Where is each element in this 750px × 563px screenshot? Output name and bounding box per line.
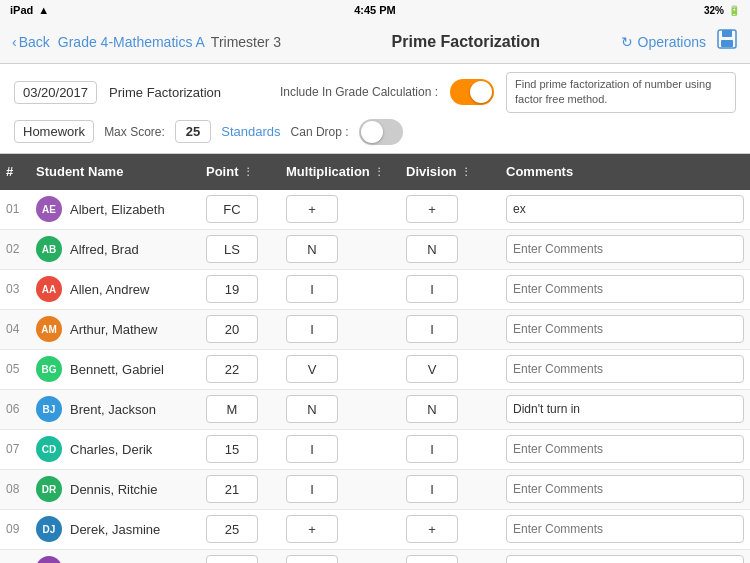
- point-cell: [206, 555, 286, 563]
- mult-input[interactable]: [286, 235, 338, 263]
- avatar: DR: [36, 476, 62, 502]
- point-cell: [206, 515, 286, 543]
- comment-cell: [506, 315, 744, 343]
- div-input[interactable]: [406, 315, 458, 343]
- table-row: 07 CD Charles, Derik: [0, 430, 750, 470]
- comment-input[interactable]: [506, 475, 744, 503]
- operations-button[interactable]: ↻ Operations: [621, 34, 706, 50]
- mult-input[interactable]: [286, 275, 338, 303]
- comment-input[interactable]: [506, 395, 744, 423]
- student-name: Brent, Jackson: [70, 402, 156, 417]
- point-input[interactable]: [206, 355, 258, 383]
- student-name: Albert, Elizabeth: [70, 202, 165, 217]
- row-num: 02: [6, 242, 36, 256]
- point-input[interactable]: [206, 555, 258, 563]
- row-num: 08: [6, 482, 36, 496]
- div-cell: [406, 355, 506, 383]
- div-cell: [406, 515, 506, 543]
- div-cell: [406, 315, 506, 343]
- avatar: CD: [36, 436, 62, 462]
- point-input[interactable]: [206, 395, 258, 423]
- point-cell: [206, 235, 286, 263]
- comment-input[interactable]: [506, 435, 744, 463]
- div-input[interactable]: [406, 195, 458, 223]
- div-input[interactable]: [406, 235, 458, 263]
- can-drop-label: Can Drop :: [291, 125, 349, 139]
- assignment-type[interactable]: Homework: [14, 120, 94, 143]
- avatar: DK: [36, 556, 62, 563]
- standards-link[interactable]: Standards: [221, 124, 280, 139]
- mult-input[interactable]: [286, 395, 338, 423]
- point-input[interactable]: [206, 195, 258, 223]
- point-input[interactable]: [206, 515, 258, 543]
- div-input[interactable]: [406, 275, 458, 303]
- div-cell: [406, 275, 506, 303]
- mult-cell: [286, 555, 406, 563]
- refresh-icon: ↻: [621, 34, 633, 50]
- toggle-knob: [470, 81, 492, 103]
- mult-input[interactable]: [286, 355, 338, 383]
- mult-input[interactable]: [286, 555, 338, 563]
- comment-input[interactable]: [506, 355, 744, 383]
- avatar: AM: [36, 316, 62, 342]
- avatar: AE: [36, 196, 62, 222]
- breadcrumb: Grade 4-Mathematics A Trimester 3: [58, 34, 281, 50]
- point-cell: [206, 395, 286, 423]
- comment-input[interactable]: [506, 315, 744, 343]
- nav-bar: ‹ Back Grade 4-Mathematics A Trimester 3…: [0, 20, 750, 64]
- student-cell: AB Alfred, Brad: [36, 236, 206, 262]
- point-input[interactable]: [206, 315, 258, 343]
- div-input[interactable]: [406, 515, 458, 543]
- mult-input[interactable]: [286, 195, 338, 223]
- col-comments: Comments: [506, 164, 744, 179]
- point-input[interactable]: [206, 235, 258, 263]
- comment-input[interactable]: [506, 515, 744, 543]
- max-score-value[interactable]: 25: [175, 120, 211, 143]
- sort-point-icon[interactable]: ⋮: [243, 166, 253, 177]
- div-input[interactable]: [406, 355, 458, 383]
- comment-input[interactable]: [506, 275, 744, 303]
- comment-input[interactable]: [506, 195, 744, 223]
- mult-cell: [286, 395, 406, 423]
- table-row: 02 AB Alfred, Brad: [0, 230, 750, 270]
- device-label: iPad: [10, 4, 33, 16]
- time-label: 4:45 PM: [354, 4, 396, 16]
- comment-cell: [506, 555, 744, 563]
- row-num: 03: [6, 282, 36, 296]
- sort-mult-icon[interactable]: ⋮: [374, 166, 384, 177]
- div-input[interactable]: [406, 475, 458, 503]
- mult-input[interactable]: [286, 315, 338, 343]
- comment-input[interactable]: [506, 555, 744, 563]
- sort-div-icon[interactable]: ⋮: [461, 166, 471, 177]
- point-input[interactable]: [206, 435, 258, 463]
- can-drop-toggle[interactable]: [359, 119, 403, 145]
- div-cell: [406, 195, 506, 223]
- chevron-left-icon: ‹: [12, 34, 17, 50]
- div-cell: [406, 235, 506, 263]
- avatar: AA: [36, 276, 62, 302]
- div-input[interactable]: [406, 555, 458, 563]
- mult-input[interactable]: [286, 475, 338, 503]
- row-num: 06: [6, 402, 36, 416]
- div-input[interactable]: [406, 395, 458, 423]
- mult-input[interactable]: [286, 515, 338, 543]
- can-drop-knob: [361, 121, 383, 143]
- table-row: 03 AA Allen, Andrew: [0, 270, 750, 310]
- comment-cell: [506, 355, 744, 383]
- mult-input[interactable]: [286, 435, 338, 463]
- avatar: DJ: [36, 516, 62, 542]
- save-button[interactable]: [716, 28, 738, 55]
- table-header: # Student Name Point ⋮ Multiplication ⋮ …: [0, 154, 750, 190]
- include-toggle[interactable]: [450, 79, 494, 105]
- comment-cell: [506, 395, 744, 423]
- div-input[interactable]: [406, 435, 458, 463]
- comment-input[interactable]: [506, 235, 744, 263]
- point-input[interactable]: [206, 475, 258, 503]
- back-button[interactable]: ‹ Back: [12, 34, 50, 50]
- assignment-date[interactable]: 03/20/2017: [14, 81, 97, 104]
- comment-cell: [506, 195, 744, 223]
- point-input[interactable]: [206, 275, 258, 303]
- student-cell: BG Bennett, Gabriel: [36, 356, 206, 382]
- mult-cell: [286, 275, 406, 303]
- assignment-info-bar: 03/20/2017 Prime Factorization Include I…: [0, 64, 750, 154]
